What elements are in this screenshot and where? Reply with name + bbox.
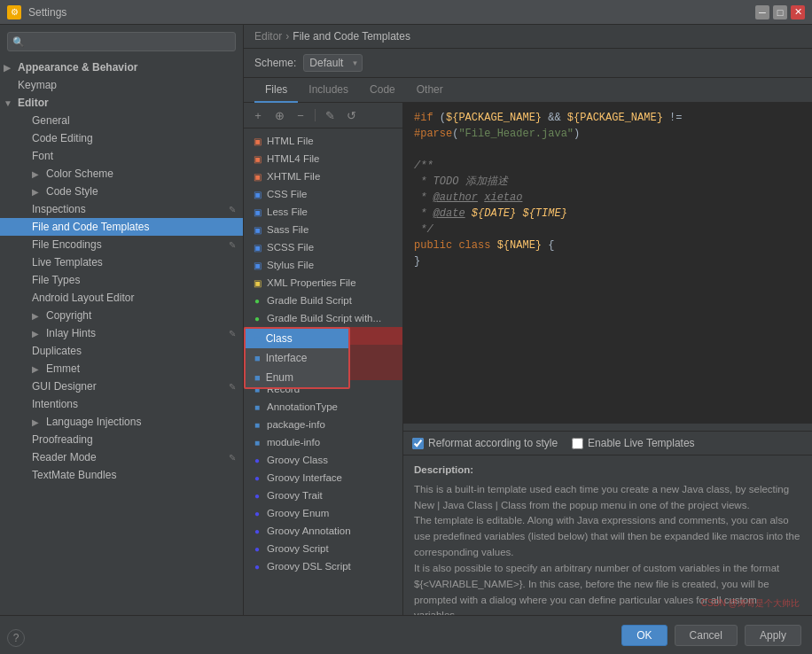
reformat-checkbox-label[interactable]: Reformat according to style bbox=[412, 437, 558, 449]
scheme-select-wrapper[interactable]: Default Project bbox=[303, 54, 363, 72]
sidebar-item-file-encodings[interactable]: File Encodings ✎ bbox=[0, 236, 243, 253]
sidebar-item-code-style[interactable]: ▶ Code Style bbox=[0, 183, 243, 200]
gradle-with-icon: ● bbox=[251, 312, 263, 324]
sidebar-item-label: Keymap bbox=[18, 79, 57, 91]
file-item-gradle[interactable]: ● Gradle Build Script bbox=[244, 292, 402, 309]
scss-icon: ▣ bbox=[251, 241, 263, 253]
scheme-select[interactable]: Default Project bbox=[303, 54, 363, 72]
window-controls: ─ □ ✕ bbox=[755, 5, 805, 19]
code-editor[interactable]: #if (${PACKAGE_NAME} && ${PACKAGE_NAME} … bbox=[403, 103, 812, 424]
sidebar-item-language-injections[interactable]: ▶ Language Injections bbox=[0, 413, 243, 431]
apply-button[interactable]: Apply bbox=[745, 625, 801, 646]
sidebar-item-reader-mode[interactable]: Reader Mode ✎ bbox=[0, 448, 243, 466]
chevron-right-icon: ▶ bbox=[32, 329, 43, 339]
sidebar-item-editor[interactable]: ▼ Editor bbox=[0, 94, 243, 112]
file-item-groovy-script[interactable]: ● Groovy Script bbox=[244, 540, 402, 557]
file-item-groovy-interface[interactable]: ● Groovy Interface bbox=[244, 469, 402, 487]
sidebar-item-gui-designer[interactable]: GUI Designer ✎ bbox=[0, 378, 243, 395]
sidebar-item-inlay-hints[interactable]: ▶ Inlay Hints ✎ bbox=[0, 324, 243, 342]
sidebar-item-file-and-code-templates[interactable]: File and Code Templates bbox=[0, 218, 243, 236]
file-item-label: HTML File bbox=[267, 136, 314, 146]
sidebar-item-android-layout-editor[interactable]: Android Layout Editor bbox=[0, 289, 243, 307]
live-templates-checkbox-label[interactable]: Enable Live Templates bbox=[572, 437, 695, 449]
sidebar-item-color-scheme[interactable]: ▶ Color Scheme bbox=[0, 165, 243, 183]
ok-button[interactable]: OK bbox=[621, 625, 667, 646]
file-item-html4[interactable]: ▣ HTML4 File bbox=[244, 150, 402, 167]
rename-template-button[interactable]: ✎ bbox=[321, 106, 339, 124]
file-item-gradle-with[interactable]: ● Gradle Build Script with... bbox=[244, 309, 402, 327]
scheme-label: Scheme: bbox=[254, 57, 296, 69]
live-templates-label: Enable Live Templates bbox=[588, 437, 695, 449]
sidebar-item-code-editing[interactable]: Code Editing bbox=[0, 129, 243, 147]
file-item-groovy-class[interactable]: ● Groovy Class bbox=[244, 451, 402, 469]
sidebar-item-inspections[interactable]: Inspections ✎ bbox=[0, 200, 243, 218]
sidebar-item-font[interactable]: Font bbox=[0, 147, 243, 165]
sidebar-item-general[interactable]: General bbox=[0, 112, 243, 129]
file-item-groovy-dsl[interactable]: ● Groovy DSL Script bbox=[244, 557, 402, 575]
chevron-right-icon: ▶ bbox=[32, 417, 43, 427]
file-item-scss[interactable]: ▣ SCSS File bbox=[244, 238, 402, 256]
sidebar-item-file-types[interactable]: File Types bbox=[0, 271, 243, 289]
html4-icon: ▣ bbox=[251, 152, 263, 165]
breadcrumb: Editor › File and Code Templates bbox=[244, 25, 812, 49]
file-item-annotation-type[interactable]: ■ AnnotationType bbox=[244, 398, 402, 416]
sidebar-item-live-templates[interactable]: Live Templates bbox=[0, 253, 243, 271]
pencil-icon: ✎ bbox=[229, 382, 236, 392]
maximize-button[interactable]: □ bbox=[773, 5, 787, 19]
sidebar-item-intentions[interactable]: Intentions bbox=[0, 395, 243, 413]
help-button[interactable]: ? bbox=[7, 629, 25, 647]
reset-template-button[interactable]: ↺ bbox=[342, 106, 360, 124]
file-list-items: ▣ HTML File ▣ HTML4 File ▣ XHTML File ▣ … bbox=[244, 128, 402, 615]
sidebar-item-label: Duplicates bbox=[32, 345, 82, 357]
file-item-css[interactable]: ▣ CSS File bbox=[244, 185, 402, 203]
tab-includes[interactable]: Includes bbox=[298, 78, 359, 103]
code-scrollbar[interactable] bbox=[403, 424, 812, 431]
chevron-right-icon: ▶ bbox=[32, 364, 43, 374]
file-item-groovy-trait[interactable]: ● Groovy Trait bbox=[244, 487, 402, 504]
remove-template-button[interactable]: − bbox=[292, 106, 309, 124]
pencil-icon: ✎ bbox=[229, 205, 236, 214]
file-item-xml-props[interactable]: ▣ XML Properties File bbox=[244, 274, 402, 292]
file-item-groovy-enum[interactable]: ● Groovy Enum bbox=[244, 504, 402, 522]
sidebar-item-copyright[interactable]: ▶ Copyright bbox=[0, 307, 243, 324]
tab-files[interactable]: Files bbox=[254, 78, 298, 103]
search-input[interactable] bbox=[7, 32, 236, 51]
file-item-label: Groovy Trait bbox=[267, 490, 323, 501]
sidebar-item-label: Code Style bbox=[46, 185, 98, 198]
file-item-groovy-annotation[interactable]: ● Groovy Annotation bbox=[244, 522, 402, 540]
sidebar-item-duplicates[interactable]: Duplicates bbox=[0, 342, 243, 360]
dropdown-item-class[interactable]: ■ Class bbox=[246, 329, 348, 348]
cancel-button[interactable]: Cancel bbox=[675, 625, 738, 646]
live-templates-checkbox[interactable] bbox=[572, 438, 583, 449]
reformat-checkbox[interactable] bbox=[412, 438, 424, 449]
minimize-button[interactable]: ─ bbox=[755, 5, 769, 19]
search-box[interactable]: 🔍 bbox=[7, 32, 236, 51]
close-button[interactable]: ✕ bbox=[791, 5, 805, 19]
file-item-module-info[interactable]: ■ module-info bbox=[244, 433, 402, 451]
file-item-label: Less File bbox=[267, 206, 308, 217]
groovy-trait-icon: ● bbox=[251, 489, 263, 502]
sidebar-item-keymap[interactable]: Keymap bbox=[0, 76, 243, 94]
tab-code[interactable]: Code bbox=[359, 78, 406, 103]
file-item-less[interactable]: ▣ Less File bbox=[244, 203, 402, 221]
sidebar-item-appearance[interactable]: ▶ Appearance & Behavior bbox=[0, 58, 243, 76]
dropdown-item-enum[interactable]: ■ Enum bbox=[246, 368, 348, 387]
file-item-html[interactable]: ▣ HTML File bbox=[244, 132, 402, 150]
stylus-icon: ▣ bbox=[251, 259, 263, 271]
sidebar-item-textmate-bundles[interactable]: TextMate Bundles bbox=[0, 466, 243, 484]
file-item-sass[interactable]: ▣ Sass File bbox=[244, 221, 402, 238]
annotation-type-icon: ■ bbox=[251, 401, 263, 413]
sidebar-item-emmet[interactable]: ▶ Emmet bbox=[0, 360, 243, 378]
description-text: This is a built-in template used each ti… bbox=[414, 482, 801, 615]
file-item-stylus[interactable]: ▣ Stylus File bbox=[244, 256, 402, 274]
copy-template-button[interactable]: ⊕ bbox=[270, 106, 288, 124]
groovy-interface-icon: ● bbox=[251, 471, 263, 484]
pencil-icon: ✎ bbox=[229, 453, 236, 463]
sidebar-item-proofreading[interactable]: Proofreading bbox=[0, 431, 243, 448]
dropdown-item-interface[interactable]: ■ Interface bbox=[246, 348, 348, 368]
add-template-button[interactable]: + bbox=[249, 106, 267, 124]
templates-area: + ⊕ − ✎ ↺ ▣ HTML File ▣ HTML4 File bbox=[244, 103, 812, 615]
tab-other[interactable]: Other bbox=[406, 78, 454, 103]
file-item-xhtml[interactable]: ▣ XHTML File bbox=[244, 167, 402, 185]
file-item-package-info[interactable]: ■ package-info bbox=[244, 416, 402, 433]
